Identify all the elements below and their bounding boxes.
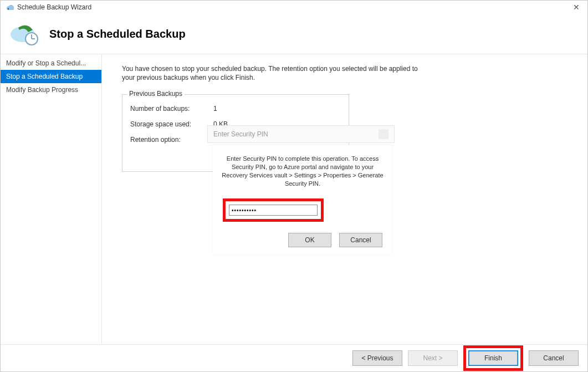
fieldset-legend: Previous Backups [127, 90, 185, 98]
security-pin-header: Enter Security PIN × [207, 125, 395, 143]
wizard-footer: < Previous Next > Finish Cancel [1, 344, 587, 371]
pin-ok-button[interactable]: OK [288, 233, 331, 247]
finish-button-highlight: Finish [463, 345, 523, 371]
retention-option-label: Retention option: [130, 136, 213, 144]
window-title: Schedule Backup Wizard [17, 3, 91, 11]
wizard-window: Schedule Backup Wizard ✕ Stop a Schedule… [0, 0, 588, 372]
security-pin-message: Enter Security PIN to complete this oper… [221, 155, 385, 187]
security-pin-header-close-icon[interactable]: × [379, 129, 388, 139]
page-title: Stop a Scheduled Backup [49, 28, 186, 40]
next-button: Next > [408, 350, 458, 366]
titlebar: Schedule Backup Wizard ✕ [1, 1, 587, 14]
app-icon [5, 3, 14, 12]
previous-button[interactable]: < Previous [352, 350, 402, 366]
storage-used-label: Storage space used: [130, 120, 213, 128]
close-icon[interactable]: ✕ [570, 3, 583, 12]
security-pin-header-label: Enter Security PIN [213, 130, 268, 138]
wizard-steps-sidebar: Modify or Stop a Schedul... Stop a Sched… [1, 54, 102, 344]
backups-count-label: Number of backups: [130, 105, 213, 113]
cancel-button[interactable]: Cancel [529, 350, 579, 366]
intro-text: You have chosen to stop your scheduled b… [122, 64, 432, 82]
sidebar-step-stop-scheduled[interactable]: Stop a Scheduled Backup [1, 70, 101, 83]
wizard-header: Stop a Scheduled Backup [1, 14, 587, 54]
sidebar-step-modify-or-stop[interactable]: Modify or Stop a Schedul... [1, 57, 101, 70]
security-pin-input[interactable] [229, 205, 318, 216]
security-pin-input-highlight [223, 198, 324, 222]
sidebar-step-modify-progress[interactable]: Modify Backup Progress [1, 83, 101, 96]
pin-cancel-button[interactable]: Cancel [339, 233, 382, 247]
security-pin-dialog: Enter Security PIN to complete this oper… [213, 145, 392, 255]
wizard-logo-icon [7, 20, 40, 48]
backups-count-value: 1 [213, 105, 217, 113]
finish-button[interactable]: Finish [468, 350, 518, 366]
